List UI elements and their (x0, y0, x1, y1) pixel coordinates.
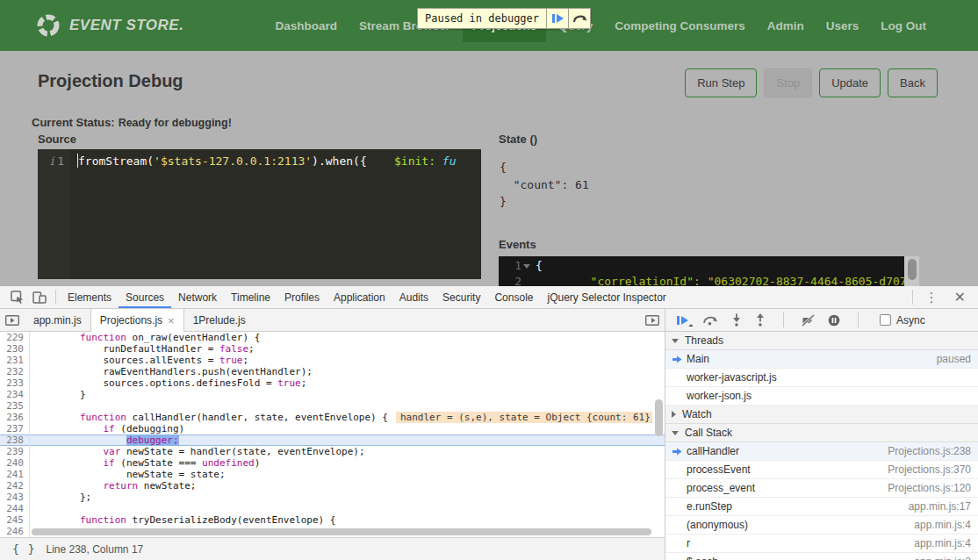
source-heading: Source (38, 133, 76, 146)
devtools-tab-elements[interactable]: Elements (61, 286, 119, 308)
code-token (33, 412, 80, 423)
code-line-232[interactable]: 232 rawEventHandlers.push(eventHandler); (0, 366, 665, 377)
inspect-icon[interactable] (5, 286, 28, 308)
call-stack-row[interactable]: $.eachapp.min.js:2 (665, 553, 978, 560)
line-number: 242 (0, 480, 30, 492)
threads-row[interactable]: worker-javascript.js (665, 369, 978, 387)
file-tab-app-min-js[interactable]: app.min.js (25, 309, 90, 331)
code-line-239[interactable]: 239 var newState = handler(state, eventE… (0, 446, 665, 457)
devtools-tab-console[interactable]: Console (487, 286, 540, 308)
pause-on-exceptions-icon[interactable] (828, 314, 840, 327)
code-line-245[interactable]: 245 function tryDeserializeBody(eventEnv… (0, 514, 665, 526)
tooltip-step-over-icon[interactable] (568, 9, 590, 28)
devtools-tab-security[interactable]: Security (435, 286, 487, 308)
code-line-244[interactable]: 244 (0, 503, 665, 514)
devtools-tab-sources[interactable]: Sources (119, 286, 171, 308)
nav-item-admin[interactable]: Admin (758, 10, 814, 42)
event-store-logo[interactable]: EVENT STORE. (35, 12, 183, 39)
close-icon[interactable]: ✕ (946, 289, 971, 305)
call-stack-row[interactable]: rapp.min.js:4 (665, 535, 978, 553)
call-stack-row[interactable]: process_eventProjections.js:120 (665, 479, 978, 498)
events-editor[interactable]: 1{2 "correlationId": "06302702-8837-4464… (499, 256, 919, 286)
line-content: var newState = handler(state, eventEnvel… (30, 446, 665, 457)
code-token: ; (248, 343, 255, 355)
update-button[interactable]: Update (819, 68, 881, 97)
code-line-240[interactable]: 240 if (newState === undefined) (0, 457, 665, 469)
nav-item-dashboard[interactable]: Dashboard (266, 10, 348, 42)
code-line-242[interactable]: 242 return newState; (0, 480, 665, 492)
stop-button[interactable]: Stop (764, 68, 812, 97)
row-label: worker-javascript.js (687, 371, 777, 384)
file-tab-close-icon[interactable]: × (168, 314, 175, 327)
source-editor[interactable]: i1 fromStream('$stats-127.0.0.1:2113').w… (38, 149, 481, 279)
nav-item-competing-consumers[interactable]: Competing Consumers (605, 10, 755, 42)
code-token (33, 434, 126, 446)
state-json-line: } (500, 193, 589, 211)
code-h-scrollbar[interactable] (32, 528, 651, 535)
sidebar-section-call-stack[interactable]: Call Stack (665, 424, 978, 442)
code-line-237[interactable]: 237 if (debugging) (0, 423, 665, 434)
line-content: return newState; (30, 480, 665, 492)
line-content: debugger; (30, 434, 665, 446)
show-navigator-icon[interactable] (0, 309, 25, 331)
device-toolbar-icon[interactable] (28, 286, 51, 308)
devtools-tab-audits[interactable]: Audits (392, 286, 435, 308)
code-v-scrollbar[interactable] (655, 399, 663, 436)
deactivate-breakpoints-icon[interactable] (802, 314, 815, 327)
code-line-236[interactable]: 236 function callHandler(handler, state,… (0, 412, 665, 423)
call-stack-row[interactable]: callHandlerProjections.js:238 (665, 442, 978, 461)
async-checkbox[interactable] (880, 314, 891, 326)
step-over-icon[interactable] (702, 314, 718, 326)
code-line-229[interactable]: 229 function on_raw(eventHandler) { (0, 332, 665, 343)
line-number: 238 (0, 434, 30, 446)
code-line-230[interactable]: 230 runDefaultHandler = false; (0, 343, 665, 355)
devtools-tab-application[interactable]: Application (327, 286, 392, 308)
row-label: Main (687, 353, 709, 365)
nav-item-log-out[interactable]: Log Out (871, 10, 936, 42)
threads-row[interactable]: worker-json.js (665, 387, 978, 406)
file-tab-projections-js[interactable]: Projections.js× (90, 309, 184, 332)
back-button[interactable]: Back (888, 68, 938, 97)
devtools-tab-profiles[interactable]: Profiles (277, 286, 327, 308)
code-token: function (80, 332, 126, 343)
events-line-text: { (532, 258, 543, 274)
row-location: app.min.js:2 (914, 556, 978, 560)
resume-icon[interactable] (676, 315, 689, 326)
tooltip-resume-icon[interactable] (546, 9, 568, 28)
threads-row[interactable]: Mainpaused (665, 350, 978, 369)
devtools-tab-timeline[interactable]: Timeline (224, 286, 277, 308)
step-out-icon[interactable] (755, 313, 766, 327)
code-line-241[interactable]: 241 newState = state; (0, 469, 665, 480)
code-line-243[interactable]: 243 }; (0, 492, 665, 503)
file-tabs: app.min.jsProjections.js×1Prelude.js (0, 309, 665, 332)
line-content: function on_raw(eventHandler) { (30, 332, 665, 343)
file-tab-1prelude-js[interactable]: 1Prelude.js (184, 309, 255, 331)
call-stack-row[interactable]: processEventProjections.js:370 (665, 461, 978, 479)
devtools-tab-network[interactable]: Network (171, 286, 224, 308)
code-line-231[interactable]: 231 sources.allEvents = true; (0, 355, 665, 366)
line-number: 239 (0, 446, 30, 457)
nav-menu: DashboardStream BrowserProjectionsQueryC… (266, 10, 936, 42)
events-scrollbar-thumb[interactable] (908, 259, 917, 280)
pretty-print-icon[interactable]: { } (0, 542, 46, 556)
page-title: Projection Debug (38, 71, 183, 91)
sidebar-section-watch[interactable]: Watch (665, 406, 978, 424)
devtools-tab-jquery-selector-inspector[interactable]: jQuery Selector Inspector (540, 286, 672, 308)
step-into-icon[interactable] (731, 313, 742, 327)
inline-value-annotation: handler = (s,e), state = Object {count: … (396, 412, 652, 423)
fold-arrow-icon (521, 258, 532, 274)
code-line-234[interactable]: 234 } (0, 389, 665, 400)
code-line-238[interactable]: 238 debugger; (0, 434, 665, 446)
call-stack-row[interactable]: (anonymous)app.min.js:4 (665, 516, 978, 535)
call-stack-row[interactable]: e.runStepapp.min.js:17 (665, 498, 978, 516)
kebab-menu-icon[interactable]: ⋮ (917, 290, 946, 305)
nav-item-users[interactable]: Users (816, 10, 869, 42)
code-line-233[interactable]: 233 sources.options.definesFold = true; (0, 377, 665, 389)
events-scrollbar[interactable] (904, 256, 919, 286)
code-editor[interactable]: 229 function on_raw(eventHandler) {230 r… (0, 332, 665, 537)
toolbar-separator (55, 290, 56, 305)
sidebar-section-threads[interactable]: Threads (665, 332, 978, 350)
code-line-235[interactable]: 235 (0, 400, 665, 412)
panel-toggle-icon[interactable] (640, 309, 665, 331)
run-step-button[interactable]: Run Step (685, 68, 757, 97)
